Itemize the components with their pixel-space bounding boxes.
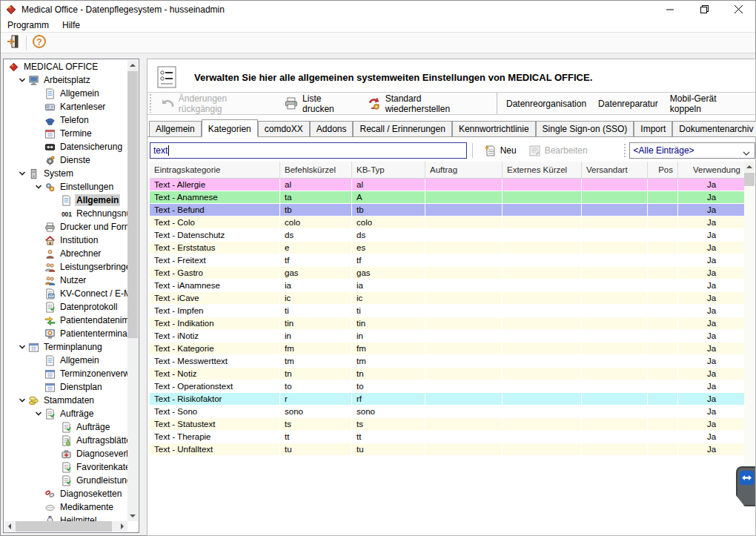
tree-expander-icon[interactable] (17, 168, 27, 179)
datenreorganisation-button[interactable]: Datenreorganisation (500, 94, 592, 113)
tree-item-drucker-und-forn[interactable]: Drucker und Forn (4, 220, 127, 234)
tree-item-allgemein[interactable]: Allgemein (4, 87, 127, 100)
table-row[interactable]: Text - DatenschutzdsdsJa (150, 229, 746, 242)
menu-programm[interactable]: Programm (1, 20, 56, 30)
table-row[interactable]: Text - StatustexttstsJa (150, 418, 746, 431)
scroll-thumb[interactable] (127, 71, 138, 338)
menu-hilfe[interactable]: Hilfe (56, 20, 87, 30)
minimize-button[interactable] (653, 1, 687, 18)
tree-vertical-scrollbar[interactable] (127, 60, 138, 521)
scroll-thumb[interactable] (16, 521, 112, 532)
tree-item-system[interactable]: System (4, 167, 127, 180)
tree-item-nutzer[interactable]: Nutzer (4, 274, 127, 287)
column-header-eintragskategorie[interactable]: Eintragskategorie (150, 162, 280, 178)
tree-horizontal-scrollbar[interactable] (4, 521, 127, 532)
tree-item-institution[interactable]: Institution (4, 234, 127, 247)
änderungen-rückgängig-button[interactable]: Änderungen rückgängig (154, 94, 278, 113)
help-button[interactable]: ? (30, 34, 48, 52)
search-input[interactable]: text (150, 142, 467, 159)
table-row[interactable]: Text - MesswerttexttmtmJa (150, 355, 746, 368)
table-row[interactable]: Text - iAnamneseiaiaJa (150, 279, 746, 292)
tree-item-grundleistung[interactable]: Grundleistung (4, 474, 127, 487)
table-row[interactable]: Text - RisikofaktorrrfJa (150, 393, 746, 406)
tree-item-datensicherung[interactable]: Datensicherung (4, 140, 127, 153)
tab-addons[interactable]: Addons (310, 121, 354, 136)
tree-item-allgemein[interactable]: Allgemein (4, 354, 127, 367)
tree-item-allgemein[interactable]: Allgemein (4, 193, 127, 207)
tree-item-aufträge[interactable]: Aufträge (4, 420, 127, 434)
tab-allgemein[interactable]: Allgemein (149, 121, 202, 136)
tree-item-terminplanung[interactable]: Terminplanung (4, 340, 127, 354)
column-header-pos[interactable]: Pos (648, 162, 678, 178)
tree-item-dienste[interactable]: Dienste (4, 153, 127, 167)
tree-item-stammdaten[interactable]: Stammdaten (4, 394, 127, 407)
edit-button[interactable]: Bearbeiten (523, 142, 594, 159)
tree-item-leistungserbringe[interactable]: Leistungserbringe (4, 260, 127, 274)
table-row[interactable]: Text - OperationstexttotoJa (150, 380, 746, 393)
table-row[interactable]: Text - iNotizininJa (150, 330, 746, 343)
filter-select[interactable]: <Alle Einträge> (629, 142, 755, 159)
tree-item-termine[interactable]: Termine (4, 127, 127, 140)
table-row[interactable]: Text - NotiztntnJa (150, 368, 746, 380)
scroll-down-arrow[interactable] (127, 511, 138, 521)
teamviewer-quicksupport-tab[interactable] (736, 466, 755, 506)
tree-item-arbeitsplatz[interactable]: Arbeitsplatz (4, 73, 127, 87)
column-header-verwendung[interactable]: Verwendung (678, 162, 746, 178)
tab-kennwortrichtlinie[interactable]: Kennwortrichtlinie (452, 121, 536, 136)
tab-recall-erinnerungen[interactable]: Recall / Erinnerungen (353, 121, 451, 136)
tree-item-patientendatenim[interactable]: Patientendatenim (4, 314, 127, 327)
new-button[interactable]: Neu (478, 142, 523, 159)
table-row[interactable]: Text - TherapiettttJa (150, 431, 746, 443)
tree-item-rechnungsnu[interactable]: 001Rechnungsnu (4, 207, 127, 220)
tree-item-diagnoseketten[interactable]: Diagnoseketten (4, 487, 127, 500)
tree-item-dienstplan[interactable]: Dienstplan (4, 380, 127, 394)
column-header-befehlskürzel[interactable]: Befehlskürzel (280, 162, 352, 178)
column-header-externes-kürzel[interactable]: Externes Kürzel (503, 162, 582, 178)
scroll-left-arrow[interactable] (4, 521, 15, 532)
table-row[interactable]: Text - ColocolocoloJa (150, 216, 746, 229)
tree-expander-icon[interactable] (17, 75, 27, 85)
tree-item-datenprotokoll[interactable]: Datenprotokoll (4, 300, 127, 314)
mobil-gerät-koppeln-button[interactable]: Mobil-Gerät koppeln (664, 94, 755, 113)
tree-item-favoritenkateg[interactable]: Favoritenkateg (4, 460, 127, 474)
tree-expander-icon[interactable] (17, 395, 27, 406)
tree-expander-icon[interactable] (33, 182, 44, 192)
datenreparatur-button[interactable]: Datenreparatur (592, 94, 664, 113)
standard-wiederherstellen-button[interactable]: Standard wiederherstellen (361, 94, 494, 113)
tree-item-aufträge[interactable]: Aufträge (4, 407, 127, 420)
table-row[interactable]: Text - IndikationtintinJa (150, 317, 746, 330)
scroll-up-arrow[interactable] (744, 162, 755, 172)
table-row[interactable]: Text - KategoriefmfmJa (150, 343, 746, 355)
exit-button[interactable] (4, 34, 22, 52)
tab-dokumentenarchiv[interactable]: Dokumentenarchiv (672, 121, 756, 136)
table-vertical-scrollbar[interactable] (744, 162, 755, 473)
scroll-thumb[interactable] (744, 173, 755, 186)
tab-single-sign-on-sso-[interactable]: Single Sign-on (SSO) (536, 121, 634, 136)
tree-item-medical-office[interactable]: MEDICAL OFFICE (4, 60, 127, 73)
liste-drucken-button[interactable]: Liste drucken (278, 94, 361, 113)
tab-kategorien[interactable]: Kategorien (202, 119, 258, 137)
column-header-auftrag[interactable]: Auftrag (425, 162, 503, 178)
tree-item-abrechner[interactable]: Abrechner (4, 247, 127, 260)
table-row[interactable]: Text - BefundtbtbJa (150, 204, 746, 216)
tree-item-kartenleser[interactable]: Kartenleser (4, 100, 127, 113)
table-row[interactable]: Text - FreitexttftfJa (150, 254, 746, 267)
column-header-versandart[interactable]: Versandart (582, 162, 648, 178)
table-row[interactable]: Text - GastrogasgasJa (150, 267, 746, 279)
tab-comdoxx[interactable]: comdoXX (258, 121, 310, 136)
table-row[interactable]: Text - AllergiealalJa (150, 179, 746, 191)
close-button[interactable] (721, 1, 755, 18)
table-row[interactable]: Text - ErststatuseesJa (150, 242, 746, 254)
tree-expander-icon[interactable] (33, 408, 44, 419)
tree-item-medikamente[interactable]: Medikamente (4, 500, 127, 514)
tree-item-telefon[interactable]: Telefon (4, 113, 127, 127)
tree-item-heilmittel[interactable]: Heilmittel (4, 514, 127, 521)
tree-expander-icon[interactable] (17, 342, 27, 352)
table-row[interactable]: Text - SonosonosonoJa (150, 406, 746, 418)
tree-item-terminzonenverw[interactable]: Terminzonenverw (4, 367, 127, 380)
tree-item-patiententermina[interactable]: Patiententermina (4, 327, 127, 340)
table-row[interactable]: Text - ImpfentitiJa (150, 305, 746, 317)
tree-item-kv-connect-e-m[interactable]: KV-Connect / E-M (4, 287, 127, 300)
tree-item-auftragsblätte[interactable]: Auftragsblätte (4, 434, 127, 447)
tree-item-diagnoseverkn[interactable]: Diagnoseverkn (4, 447, 127, 460)
